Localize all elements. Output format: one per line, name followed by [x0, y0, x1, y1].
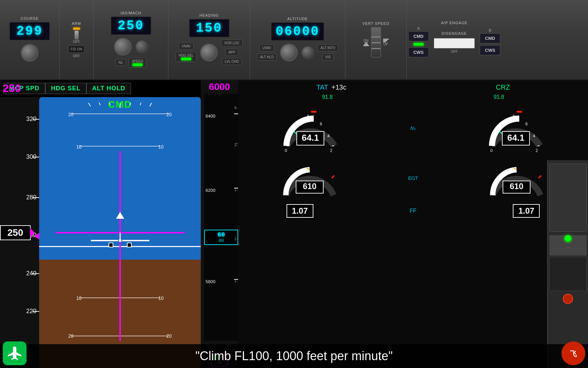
vis-button[interactable]: VIS — [322, 53, 334, 61]
app-button[interactable]: APP — [225, 49, 238, 56]
china-flier-icon: 飞 — [564, 344, 583, 363]
cmd-a-button[interactable]: CMD — [408, 31, 429, 42]
airspeed-current-value: 250 — [7, 227, 23, 238]
n1-ref1: 91.8 — [322, 94, 332, 100]
svg-text:飞: 飞 — [570, 350, 577, 357]
altitude-selected: 6000 — [201, 81, 238, 92]
altitude-section: ALTITUDE 06000 LNAV ALT HLD ALT INTV VIS — [250, 0, 345, 79]
at-off-label: OFF — [73, 40, 80, 44]
n1-gauge-2: 0 2 4 6 8 64.1 — [478, 102, 553, 154]
n1-ref2: 91.8 — [493, 94, 504, 100]
cws-a-button[interactable]: CWS — [408, 47, 429, 58]
epr-val-2: 1.07 — [518, 206, 534, 215]
airspeed-selected: 250 — [0, 81, 23, 95]
n1-svg-2: 0 2 4 6 8 64.1 — [485, 102, 546, 153]
course-section: COURSE 299 — [0, 0, 60, 79]
svg-text:610: 610 — [303, 182, 316, 191]
ap-label: A/P ENGAGE — [441, 21, 468, 25]
pitch-20-up — [71, 113, 168, 114]
cmd-b-button[interactable]: CMD — [479, 33, 501, 44]
n1-label: N₁ — [410, 125, 416, 131]
svg-text:2: 2 — [536, 148, 538, 153]
vor-loc-button[interactable]: VOR LOC — [221, 40, 243, 47]
engine-header: TAT +13c CRZ — [242, 83, 585, 91]
vs-dn-label: DN — [363, 39, 368, 43]
alt-hold-mode: ALT HOLD — [86, 83, 131, 94]
svg-text:4: 4 — [533, 134, 535, 138]
cws-b-button[interactable]: CWS — [479, 45, 501, 56]
altitude-display: 06000 — [271, 22, 324, 41]
svg-text:6: 6 — [320, 122, 322, 126]
course-knob[interactable] — [21, 44, 38, 62]
hdg-sel-button[interactable]: HDG SEL — [176, 52, 197, 62]
airspeed-arrow — [30, 228, 35, 237]
vs-thumbwheel[interactable] — [371, 27, 381, 58]
green-indicator — [565, 235, 571, 242]
epr-ff-row: 1.07 FF 1.07 — [242, 204, 585, 218]
cmd-a-led — [413, 43, 424, 46]
ap-engage-section: A/P ENGAGE A CMD CWS DISENGAGE OFF B CMD… — [407, 0, 502, 79]
left-panel: MCP SPD HDG SEL ALT HOLD 250 320 300 280 — [0, 80, 201, 368]
red-button[interactable] — [563, 294, 573, 304]
altitude-knob[interactable] — [280, 44, 298, 61]
cockpit-hardware-right — [547, 160, 588, 368]
airspeed-selected-value: 250 — [3, 82, 21, 94]
svg-text:2: 2 — [330, 148, 332, 153]
tat-display: TAT +13c — [316, 83, 346, 91]
heading-knob[interactable] — [200, 44, 218, 61]
svg-text:0: 0 — [490, 148, 493, 153]
alt-6200: 6200 — [206, 188, 215, 193]
aircraft-ref — [91, 239, 149, 247]
ias-knob[interactable] — [114, 38, 132, 56]
disengage-bar[interactable] — [434, 38, 475, 48]
ias-display: 250 — [111, 16, 151, 35]
hardware-module-1 — [549, 164, 587, 232]
at-toggle[interactable] — [74, 30, 79, 40]
vs-tape: 6- 2- 1- 2- 1- — [225, 94, 238, 341]
app-icon-left[interactable] — [3, 341, 27, 365]
app-icon-right[interactable]: 飞 — [561, 341, 585, 365]
pitch-10-up — [80, 146, 161, 147]
heading-display: 150 — [189, 19, 230, 37]
at-label: ARM — [72, 21, 81, 26]
bank-scale — [89, 103, 151, 108]
speed-button[interactable]: SPEED — [129, 58, 146, 68]
lvl-chg-button[interactable]: LVL CHG — [222, 58, 242, 65]
vs-up-label: UP — [383, 42, 388, 46]
airplane-icon — [6, 345, 23, 362]
hardware-module-2 — [549, 235, 587, 256]
course-display: 299 — [9, 22, 50, 41]
at-section: ARM OFF F/D ON OFF — [60, 0, 94, 79]
ias-section: IAS/MACH 250 N1 SPEED — [94, 0, 168, 79]
egt-label: EGT — [408, 175, 418, 181]
lnav-button[interactable]: LNAV — [259, 44, 274, 51]
svg-text:0: 0 — [285, 148, 287, 153]
svg-text:8: 8 — [307, 114, 309, 119]
altitude-knob-sm[interactable] — [301, 46, 314, 59]
svg-line-26 — [539, 175, 541, 178]
egt-svg-2: 610 — [486, 158, 547, 199]
alt-intv-button[interactable]: ALT INTV — [317, 44, 338, 51]
n1-button[interactable]: N1 — [115, 59, 126, 66]
pfd-attitude: 20 20 10 10 10 10 20 20 CMD — [39, 97, 201, 368]
main-display: MCP SPD HDG SEL ALT HOLD 250 320 300 280 — [0, 80, 588, 368]
n1-gauge-1-arc: 0 2 4 6 8 64.1 — [280, 102, 341, 154]
svg-text:610: 610 — [510, 182, 523, 191]
ias-knob-sm[interactable] — [135, 40, 148, 53]
hdg-sel-mode: HDG SEL — [45, 83, 86, 94]
alt-hld-button[interactable]: ALT HLD — [257, 53, 277, 61]
altitude-panel: 6000 6400 6200 5800 60 00 6- 2- 1- 2- 1 — [201, 80, 238, 368]
engine-panel: TAT +13c CRZ 91.8 91.8 — [238, 80, 588, 368]
tat-value: +13c — [331, 83, 346, 91]
ap-a-label: A — [417, 26, 420, 30]
fd-on-button[interactable]: F/D ON — [68, 46, 85, 53]
at-arm-led — [73, 28, 80, 30]
mcp-panel: COURSE 299 ARM OFF F/D ON OFF IAS/MACH 2… — [0, 0, 588, 80]
vnav-button[interactable]: VNAV — [179, 43, 194, 50]
speed-bug — [34, 233, 39, 240]
altitude-label: ALTITUDE — [287, 17, 308, 21]
svg-text:4: 4 — [327, 134, 330, 138]
vert-speed-section: VERT SPEED DN U — [345, 0, 407, 79]
alt-selected-value: 6000 — [209, 81, 230, 92]
heading-section: HEADING 150 VNAV HDG SEL VOR LOC APP LVL… — [168, 0, 250, 79]
